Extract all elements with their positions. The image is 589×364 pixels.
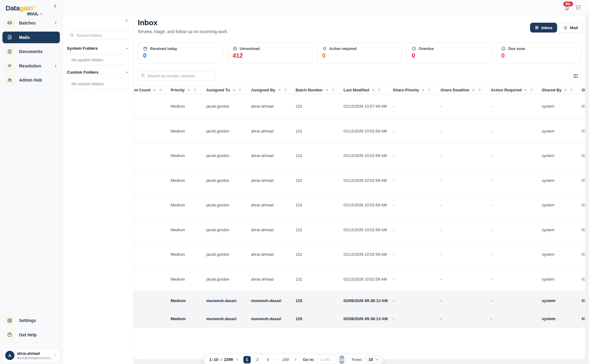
cell-priority: Medium <box>171 252 206 257</box>
cell-shared-by: system <box>542 316 582 321</box>
rows-per-page-select[interactable]: 10 <box>365 355 381 364</box>
folder-section-system-folders[interactable]: System Folders <box>67 46 129 51</box>
sidebar-item-mails[interactable]: Mails <box>2 32 60 43</box>
table-row[interactable]: Mediumjacob.gordonahrar.ahmad13102/12/20… <box>134 218 585 243</box>
cell-batch-number: 131 <box>296 252 343 257</box>
sidebar-item-resolution[interactable]: Resolution <box>2 60 60 72</box>
filter-icon[interactable] <box>284 88 287 92</box>
folders-collapse-button[interactable] <box>125 18 129 22</box>
sidebar-item-get-help[interactable]: Get Help <box>2 329 60 341</box>
mail-search <box>138 71 215 81</box>
table-row[interactable]: Mediumjacob.gordonahrar.ahmad13102/12/20… <box>134 242 585 267</box>
filter-icon[interactable] <box>478 88 481 92</box>
book-icon <box>4 46 15 57</box>
cell-batch-number: 131 <box>296 153 343 158</box>
send-icon <box>39 12 43 17</box>
filter-icon[interactable] <box>159 88 162 92</box>
column-header-priority[interactable]: Priority <box>171 88 206 92</box>
sort-icon[interactable] <box>564 88 568 92</box>
cell-assigned-by: ahrar.ahmad <box>251 252 296 257</box>
sort-icon[interactable] <box>187 88 191 92</box>
user-email: ahrar@datagainservice... <box>17 356 52 360</box>
next-page-icon[interactable] <box>293 358 297 362</box>
page-button-1[interactable]: 1 <box>243 356 251 363</box>
page-button-3[interactable]: 3 <box>264 356 272 363</box>
table-row[interactable]: Mediumjacob.gordonahrar.ahmad13102/12/20… <box>134 168 585 193</box>
apps-grid-icon[interactable] <box>575 5 581 10</box>
column-header-nt-count[interactable]: nt Count <box>134 88 171 92</box>
folder-section-custom-folders[interactable]: Custom Folders <box>67 70 129 75</box>
column-header-share-deadline[interactable]: Share Deadline <box>440 88 491 92</box>
goto-page-input[interactable] <box>317 355 337 364</box>
sidebar-item-documents[interactable]: Documents <box>2 46 60 57</box>
folder-search-input[interactable] <box>67 31 130 40</box>
filter-icon[interactable] <box>378 88 381 92</box>
cell-action-required: - <box>491 153 542 158</box>
filter-icon[interactable] <box>570 88 573 92</box>
table-row[interactable]: Mediumjacob.gordonahrar.ahmad13102/12/20… <box>134 144 585 168</box>
table-row[interactable]: Mediumjacob.gordonahrar.ahmad13102/12/20… <box>134 193 585 218</box>
cell-last-modified: 02/12/2026 10:52:59 AM <box>343 228 393 232</box>
cell-shared-by: system <box>542 277 582 282</box>
toggle-inbox[interactable]: Inbox <box>530 23 557 33</box>
folder-search <box>67 31 130 40</box>
filter-icon[interactable] <box>238 88 242 92</box>
cell-assigned-by: ahrar.ahmad <box>251 228 296 232</box>
column-header-last-modified[interactable]: Last Modified <box>343 88 393 92</box>
column-header-batch-number[interactable]: Batch Number <box>296 88 343 92</box>
cell-batch-number: 125 <box>296 316 343 321</box>
grid-view-icon <box>535 25 539 30</box>
column-header-sh[interactable]: Sh <box>582 88 585 92</box>
table-row[interactable]: Mediumjacob.gordonahrar.ahmad13102/12/20… <box>134 267 585 292</box>
view-toggle: InboxMail <box>530 23 583 33</box>
filter-icon[interactable] <box>427 88 431 92</box>
page-button-2[interactable]: 2 <box>254 356 261 363</box>
pagination-ellipsis[interactable]: ··· <box>274 357 279 362</box>
notification-badge: 99+ <box>563 2 573 6</box>
table-row[interactable]: Mediumjacob.gordonahrar.ahmad13102/12/20… <box>134 94 585 119</box>
sort-icon[interactable] <box>153 88 157 92</box>
table-row[interactable]: Mediummuneesh.dasarimuneesh.dasari12502/… <box>134 292 585 310</box>
mail-search-input[interactable] <box>138 71 215 81</box>
cell-shared-by: system <box>542 203 582 207</box>
sort-icon[interactable] <box>232 88 236 92</box>
cell-assigned-by: ahrar.ahmad <box>251 203 296 207</box>
sort-icon[interactable] <box>421 88 425 92</box>
sort-icon[interactable] <box>471 88 475 92</box>
user-profile-card[interactable]: A ahrar.ahmad ahrar@datagainservice... <box>2 348 60 363</box>
cell-batch-number: 131 <box>296 104 343 109</box>
filter-icon[interactable] <box>193 88 197 92</box>
column-header-shared-by[interactable]: Shared By <box>542 88 582 92</box>
cell-assigned-by: muneesh.dasari <box>251 298 296 303</box>
sidebar-item-settings[interactable]: Settings <box>2 315 60 326</box>
toggle-mail[interactable]: Mail <box>558 23 583 33</box>
kebab-menu-icon[interactable] <box>53 353 57 358</box>
brand-name-part1: Data <box>6 4 20 12</box>
sidebar-item-admin-hub[interactable]: Admin Hub <box>2 74 60 86</box>
cell-action-required: - <box>491 228 542 232</box>
sort-icon[interactable] <box>325 88 329 92</box>
sidebar-footer-nav: Settings Get Help <box>2 315 60 343</box>
table-row[interactable]: Mediummuneesh.dasarimuneesh.dasari12502/… <box>134 310 585 328</box>
cell-share-deadline: - <box>440 129 491 133</box>
filter-icon[interactable] <box>530 88 533 92</box>
column-header-action-required[interactable]: Action Required <box>491 88 542 92</box>
table-row[interactable]: Mediumjacob.gordonahrar.ahmad13102/12/20… <box>134 119 585 144</box>
sort-icon[interactable] <box>524 88 528 92</box>
sort-icon[interactable] <box>371 88 375 92</box>
cell-share-priority: - <box>393 316 440 321</box>
split-view-button[interactable] <box>570 70 581 82</box>
column-header-share-priority[interactable]: Share Priority <box>393 88 440 92</box>
filter-icon[interactable] <box>331 88 335 92</box>
inbox-panel: Inbox Review, triage, and follow up on i… <box>134 15 585 359</box>
cell-assigned-to: jacob.gordon <box>206 252 251 257</box>
page-subtitle: Review, triage, and follow up on incomin… <box>138 29 227 34</box>
column-header-assigned-to[interactable]: Assigned To <box>206 88 251 92</box>
sidebar-item-batches[interactable]: Batches <box>2 17 60 29</box>
sort-icon[interactable] <box>277 88 281 92</box>
previous-page-icon[interactable] <box>235 358 239 362</box>
go-button[interactable]: Go <box>339 355 344 364</box>
page-button-240[interactable]: 240 <box>282 356 289 363</box>
sidebar-collapse-button[interactable] <box>53 4 57 8</box>
column-header-assigned-by[interactable]: Assigned By <box>251 88 296 92</box>
